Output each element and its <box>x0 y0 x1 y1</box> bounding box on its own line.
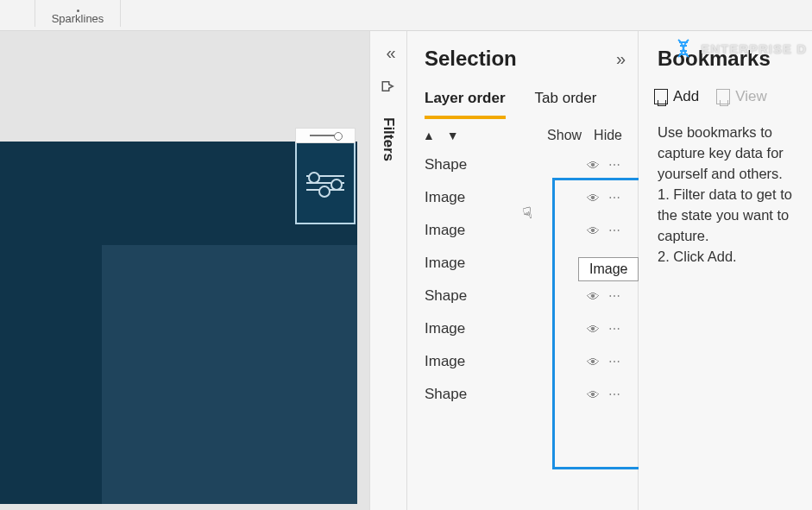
layer-item-label: Shape <box>425 287 467 305</box>
visibility-toggle-icon[interactable]: 👁 <box>587 224 600 238</box>
visibility-toggle-icon[interactable]: 👁 <box>587 322 600 337</box>
bookmarks-help-line1: Use bookmarks to capture key data for yo… <box>658 123 809 185</box>
slider-row-3[interactable] <box>306 189 344 191</box>
column-hide-label: Hide <box>594 128 622 143</box>
more-options-icon[interactable]: ⋯ <box>608 355 622 368</box>
more-options-icon[interactable]: ⋯ <box>608 322 622 336</box>
move-up-button[interactable]: ▲ <box>423 129 435 142</box>
layer-item-label: Shape <box>425 386 467 403</box>
layer-item-label: Image <box>425 189 465 206</box>
ribbon-area: Sparklines <box>0 0 812 31</box>
selection-pane-title: Selection <box>425 47 517 71</box>
more-options-icon[interactable]: ⋯ <box>608 289 622 303</box>
layer-item-label: Image <box>425 320 465 337</box>
move-down-button[interactable]: ▼ <box>447 129 459 142</box>
filters-label: Filters <box>380 117 397 161</box>
selection-pane: Selection » Layer order Tab order ▲ ▼ Sh… <box>407 31 639 510</box>
ribbon-group-sparklines[interactable]: Sparklines <box>35 0 121 27</box>
add-bookmark-button[interactable]: Add <box>654 88 699 105</box>
layer-item[interactable]: Image 👁 ⋯ <box>407 345 638 378</box>
layer-item-label: Image <box>425 255 465 272</box>
watermark: ENTERPRISE D <box>673 38 807 59</box>
bookmarks-help-line3: 2. Click Add. <box>658 247 809 268</box>
visibility-toggle-icon[interactable]: 👁 <box>587 158 600 173</box>
visibility-toggle-icon[interactable]: 👁 <box>587 387 600 402</box>
dna-logo-icon <box>673 38 694 59</box>
layer-item-label: Image <box>425 222 465 239</box>
slider-row-1[interactable] <box>306 175 344 177</box>
add-bookmark-label: Add <box>673 88 699 105</box>
layer-item[interactable]: Image 👁 ⋯ <box>407 312 638 345</box>
slider-mini-icon <box>310 135 341 136</box>
canvas-shape[interactable] <box>102 245 357 504</box>
more-options-icon[interactable]: ⋯ <box>608 158 622 172</box>
view-bookmark-label: View <box>735 88 767 105</box>
layer-tooltip: Image <box>578 257 639 281</box>
bookmarks-help-text: Use bookmarks to capture key data for yo… <box>639 114 812 267</box>
layer-item-label: Shape <box>425 156 467 173</box>
canvas-column <box>0 31 369 510</box>
slider-row-2[interactable] <box>306 182 344 184</box>
visibility-toggle-icon[interactable]: 👁 <box>587 289 600 304</box>
visibility-toggle-icon[interactable]: 👁 <box>587 355 600 369</box>
bookmarks-help-line2: 1. Filter data to get to the state you w… <box>658 185 809 247</box>
ribbon-group-label: Sparklines <box>35 12 120 25</box>
collapse-selection-button[interactable]: » <box>616 49 620 69</box>
more-options-icon[interactable]: ⋯ <box>608 387 622 401</box>
layer-item[interactable]: Shape 👁 ⋯ <box>407 378 638 411</box>
main-row: « Filters Selection » Layer order Tab or… <box>0 31 812 510</box>
tab-layer-order[interactable]: Layer order <box>425 90 506 119</box>
watermark-text: ENTERPRISE D <box>701 41 807 56</box>
filters-pane-collapsed: « Filters <box>369 31 407 510</box>
bookmark-view-icon <box>716 89 730 104</box>
expand-filters-button[interactable]: « <box>386 43 390 63</box>
layer-item[interactable]: Image 👁 ⋯ <box>407 214 638 247</box>
slicer-visual[interactable] <box>295 142 356 224</box>
layer-item[interactable]: Shape 👁 ⋯ <box>407 280 638 312</box>
layer-item[interactable]: Shape 👁 ⋯ <box>407 148 638 181</box>
bookmark-add-icon <box>654 89 668 104</box>
tab-tab-order[interactable]: Tab order <box>535 90 597 119</box>
report-canvas[interactable] <box>0 142 357 504</box>
filters-funnel-icon <box>381 79 396 98</box>
view-bookmark-button: View <box>716 88 767 105</box>
more-options-icon[interactable]: ⋯ <box>608 191 622 205</box>
layer-item-label: Image <box>425 353 465 370</box>
column-show-label: Show <box>547 128 582 143</box>
slicer-header[interactable] <box>295 128 356 143</box>
more-options-icon[interactable]: ⋯ <box>608 224 622 237</box>
bookmarks-pane: Bookmarks Add View Use bookmarks to capt… <box>639 31 812 510</box>
visibility-toggle-icon[interactable]: 👁 <box>587 191 600 205</box>
